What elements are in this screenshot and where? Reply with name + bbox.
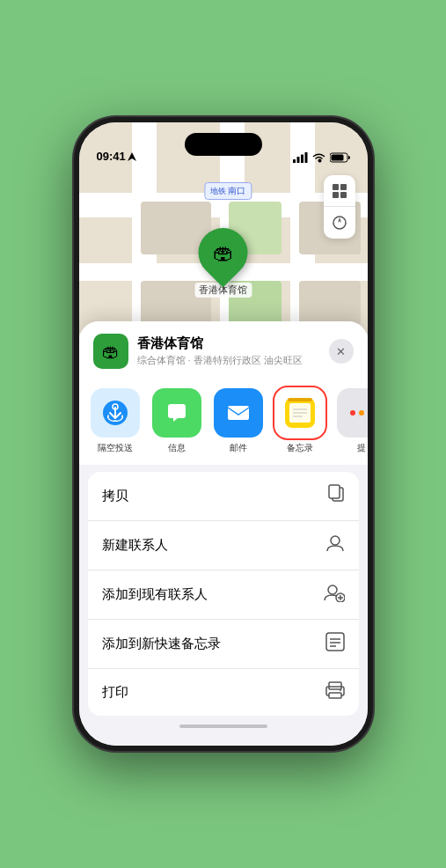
action-add-contact[interactable]: 添加到现有联系人 bbox=[88, 570, 359, 620]
svg-rect-7 bbox=[333, 184, 339, 190]
svg-rect-17 bbox=[228, 406, 249, 420]
share-airdrop[interactable]: 隔空投送 bbox=[88, 388, 143, 454]
svg-rect-31 bbox=[326, 633, 344, 651]
place-info: 香港体育馆 综合体育馆 · 香港特别行政区 油尖旺区 bbox=[137, 335, 329, 367]
quick-note-svg-icon bbox=[325, 632, 345, 651]
svg-rect-10 bbox=[340, 192, 347, 198]
share-mail[interactable]: 邮件 bbox=[211, 388, 266, 454]
action-new-contact[interactable]: 新建联系人 bbox=[88, 521, 359, 570]
map-layers-icon bbox=[332, 183, 347, 199]
mail-icon bbox=[223, 398, 253, 428]
new-contact-icon bbox=[325, 533, 345, 557]
notes-icon bbox=[285, 398, 315, 428]
close-button[interactable]: ✕ bbox=[329, 339, 354, 364]
quick-note-icon bbox=[325, 632, 345, 656]
svg-rect-19 bbox=[288, 398, 312, 401]
notes-icon-wrap bbox=[275, 388, 325, 438]
airdrop-label: 隔空投送 bbox=[98, 442, 133, 454]
svg-point-27 bbox=[328, 585, 337, 594]
action-quick-note[interactable]: 添加到新快速备忘录 bbox=[88, 620, 359, 669]
action-list: 拷贝 新建联系人 bbox=[88, 472, 359, 716]
share-messages[interactable]: 信息 bbox=[150, 388, 204, 454]
svg-rect-37 bbox=[329, 693, 341, 698]
print-icon bbox=[325, 681, 345, 703]
svg-marker-0 bbox=[128, 152, 136, 161]
location-arrow-icon bbox=[128, 152, 136, 161]
svg-rect-8 bbox=[340, 184, 347, 190]
wifi-icon bbox=[312, 152, 325, 163]
copy-svg-icon bbox=[327, 484, 345, 504]
quick-note-label: 添加到新快速备忘录 bbox=[102, 636, 221, 652]
svg-rect-4 bbox=[304, 152, 307, 163]
place-name: 香港体育馆 bbox=[137, 335, 329, 352]
action-copy[interactable]: 拷贝 bbox=[88, 472, 359, 521]
map-layers-button[interactable] bbox=[324, 175, 355, 207]
status-time: 09:41 bbox=[97, 150, 136, 163]
signal-icon bbox=[293, 152, 308, 163]
place-header: 🏟 香港体育馆 综合体育馆 · 香港特别行政区 油尖旺区 ✕ bbox=[79, 321, 368, 378]
dot-orange bbox=[359, 410, 364, 416]
messages-icon bbox=[162, 398, 192, 428]
map-location-button[interactable] bbox=[324, 207, 355, 239]
mail-icon-wrap bbox=[214, 388, 263, 438]
add-contact-icon bbox=[324, 583, 345, 607]
svg-rect-1 bbox=[293, 159, 296, 163]
battery-icon bbox=[330, 152, 350, 163]
svg-rect-35 bbox=[329, 682, 341, 689]
share-more[interactable]: 提 bbox=[334, 388, 368, 454]
location-pin: 🏟 香港体育馆 bbox=[194, 228, 252, 298]
svg-rect-6 bbox=[331, 155, 343, 161]
svg-rect-3 bbox=[301, 155, 303, 164]
print-svg-icon bbox=[325, 681, 345, 699]
copy-icon bbox=[327, 484, 345, 508]
more-label: 提 bbox=[357, 442, 366, 454]
map-block bbox=[299, 281, 361, 325]
share-notes[interactable]: 备忘录 bbox=[273, 388, 327, 454]
airdrop-icon bbox=[101, 399, 129, 427]
phone-screen: 09:41 bbox=[79, 122, 368, 746]
svg-rect-9 bbox=[333, 192, 339, 198]
new-contact-label: 新建联系人 bbox=[102, 537, 168, 554]
new-contact-svg-icon bbox=[325, 533, 345, 553]
print-label: 打印 bbox=[102, 684, 128, 701]
compass-icon bbox=[333, 216, 347, 230]
action-print[interactable]: 打印 bbox=[88, 669, 359, 716]
svg-rect-25 bbox=[329, 485, 340, 498]
place-subtitle: 综合体育馆 · 香港特别行政区 油尖旺区 bbox=[137, 354, 329, 367]
svg-point-26 bbox=[331, 536, 340, 545]
notes-label: 备忘录 bbox=[287, 442, 313, 454]
copy-label: 拷贝 bbox=[102, 488, 128, 504]
add-contact-svg-icon bbox=[324, 583, 345, 602]
share-row: 隔空投送 信息 bbox=[79, 378, 368, 465]
messages-label: 信息 bbox=[168, 442, 186, 454]
dot-red bbox=[350, 410, 355, 416]
status-icons bbox=[293, 152, 350, 163]
svg-point-38 bbox=[340, 689, 341, 691]
airdrop-icon-wrap bbox=[91, 388, 140, 438]
add-contact-label: 添加到现有联系人 bbox=[102, 586, 208, 603]
mail-label: 邮件 bbox=[230, 442, 247, 454]
map-station-label: 地铁南口 bbox=[204, 182, 252, 200]
pin-emoji: 🏟 bbox=[213, 240, 234, 265]
place-emoji: 🏟 bbox=[102, 342, 120, 362]
map-controls[interactable] bbox=[324, 175, 355, 239]
svg-marker-12 bbox=[338, 217, 341, 223]
more-icon-wrap bbox=[337, 388, 368, 438]
place-icon: 🏟 bbox=[93, 334, 128, 369]
svg-rect-2 bbox=[296, 157, 299, 163]
messages-icon-wrap bbox=[152, 388, 201, 438]
dynamic-island bbox=[185, 133, 262, 156]
home-indicator bbox=[179, 725, 267, 728]
phone-frame: 09:41 bbox=[74, 117, 373, 751]
pin-circle: 🏟 bbox=[188, 217, 258, 287]
bottom-sheet: 🏟 香港体育馆 综合体育馆 · 香港特别行政区 油尖旺区 ✕ bbox=[79, 321, 368, 746]
